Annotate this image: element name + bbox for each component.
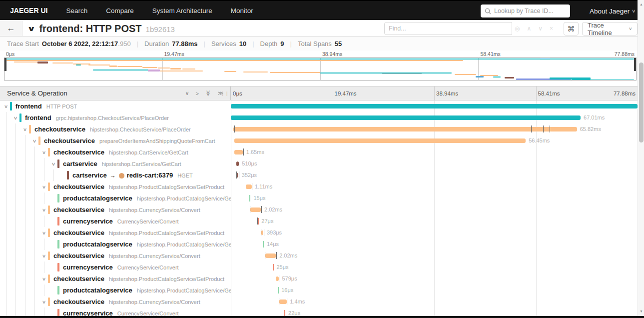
span-service-name[interactable]: productcatalogservice [63, 194, 132, 202]
span-service-name[interactable]: checkoutservice [53, 229, 104, 236]
span-bar[interactable] [236, 162, 239, 166]
span-service-name[interactable]: checkoutservice [53, 148, 104, 156]
arrow-right-icon: → [110, 172, 116, 179]
minimap-span-segment [93, 70, 152, 70]
span-name-cell[interactable]: productcatalogservicehipstershop.Product… [0, 284, 231, 296]
span-name-cell[interactable]: ∨checkoutserviceprepareOrderItemsAndShip… [0, 135, 231, 146]
nav-item-search[interactable]: Search [66, 7, 87, 14]
expand-chevron-icon[interactable]: ∨ [48, 162, 59, 166]
span-service-name[interactable]: productcatalogservice [63, 286, 132, 294]
span-bar[interactable] [279, 300, 287, 304]
span-name-cell[interactable]: ∨checkoutservicehipstershop.ProductCatal… [0, 273, 231, 284]
span-name-cell[interactable]: ∨checkoutservicehipstershop.CurrencyServ… [0, 204, 231, 216]
nav-item-monitor[interactable]: Monitor [231, 7, 253, 14]
clear-find-icon[interactable]: × [550, 25, 553, 32]
minimap-right-scrubber[interactable] [634, 58, 636, 71]
span-name-cell[interactable]: ∨checkoutservicehipstershop.CheckoutServ… [0, 124, 231, 135]
expand-chevron-icon[interactable]: ∨ [39, 150, 49, 155]
focus-match-icon[interactable]: ◎ [515, 25, 520, 32]
span-name-cell[interactable]: ∨checkoutservicehipstershop.CurrencyServ… [0, 296, 231, 308]
app-brand[interactable]: JAEGER UI [10, 6, 47, 14]
expand-chevron-icon[interactable]: ∨ [20, 127, 30, 132]
span-name-cell[interactable]: ∨cartservicehipstershop.CartService/GetC… [0, 158, 231, 170]
collapse-trace-chevron-icon[interactable]: ∨ [27, 24, 35, 32]
span-bar[interactable] [265, 254, 276, 258]
span-service-name[interactable]: checkoutservice [53, 183, 104, 190]
span-bar[interactable] [278, 287, 279, 294]
tick-label: 19.47ms [164, 51, 184, 57]
span-service-name[interactable]: productcatalogservice [63, 240, 132, 248]
span-bar[interactable] [273, 264, 274, 270]
span-service-name[interactable]: checkoutservice [34, 126, 85, 133]
prev-match-icon[interactable]: ∧ [527, 25, 531, 32]
scroll-up-icon[interactable]: ▲ [638, 1, 644, 8]
expand-chevron-icon[interactable]: ∨ [39, 276, 49, 282]
span-service-name[interactable]: checkoutservice [53, 206, 104, 214]
span-bar[interactable] [250, 208, 261, 212]
scroll-down-icon[interactable]: ▼ [638, 308, 644, 315]
span-name-cell[interactable]: ∨checkoutservicehipstershop.CurrencyServ… [0, 250, 231, 262]
vertical-scrollbar[interactable]: ▲ ▼ [638, 0, 644, 318]
expand-chevron-icon[interactable]: ∨ [10, 116, 21, 120]
timeline-minimap[interactable] [4, 58, 637, 80]
span-bar[interactable] [231, 104, 638, 108]
expand-chevron-icon[interactable]: ∨ [39, 208, 49, 212]
expand-chevron-icon[interactable]: ∨ [39, 300, 49, 304]
span-name-cell[interactable]: productcatalogservicehipstershop.Product… [0, 238, 231, 250]
span-service-name[interactable]: frontend [25, 114, 51, 122]
span-service-name[interactable]: currencyservice [63, 264, 113, 271]
nav-item-system-architecture[interactable]: System Architecture [152, 7, 212, 14]
expand-chevron-icon[interactable]: ∨ [29, 138, 40, 144]
span-bar[interactable] [263, 241, 264, 248]
collapse-all-icon[interactable]: ≫ [205, 90, 211, 96]
span-service-name[interactable]: currencyservice [63, 310, 113, 316]
span-name-cell[interactable]: currencyserviceCurrencyService/Convert [0, 216, 231, 227]
span-bar[interactable] [233, 127, 577, 132]
span-service-name[interactable]: checkoutservice [53, 252, 104, 260]
keyboard-shortcuts-button[interactable]: ⌘ [564, 22, 579, 36]
panel-resize-grip[interactable]: ❘❘ [221, 91, 229, 96]
span-service-name[interactable]: cartservice [63, 160, 97, 168]
back-button[interactable]: ← [0, 21, 22, 36]
expand-chevron-icon[interactable]: ∨ [39, 184, 49, 190]
span-service-name[interactable]: checkoutservice [44, 137, 95, 144]
span-service-name[interactable]: currencyservice [63, 218, 113, 225]
span-bar[interactable] [276, 276, 279, 281]
service-color-bar [67, 171, 69, 180]
expand-chevron-icon[interactable]: ∨ [1, 104, 11, 109]
nav-item-compare[interactable]: Compare [106, 7, 134, 14]
scrollbar-thumb[interactable] [639, 62, 644, 142]
span-name-cell[interactable]: ∨frontendHTTP POST [0, 100, 231, 112]
expand-chevron-icon[interactable]: ∨ [39, 230, 49, 236]
span-bar[interactable] [246, 184, 251, 189]
span-bar[interactable] [231, 116, 581, 120]
span-name-cell[interactable]: ∨checkoutservicehipstershop.ProductCatal… [0, 181, 231, 192]
next-match-icon[interactable]: ∨ [538, 25, 543, 32]
span-service-name[interactable]: cartservice [72, 172, 107, 179]
span-service-name[interactable]: checkoutservice [53, 275, 104, 282]
about-jaeger-menu[interactable]: About Jaeger ∨ [590, 1, 636, 21]
collapse-one-icon[interactable]: ∨ [185, 90, 189, 96]
span-bar[interactable] [284, 310, 285, 316]
indent-guide [6, 238, 6, 250]
span-name-cell[interactable]: ∨checkoutservicehipstershop.CartService/… [0, 146, 231, 158]
span-service-name[interactable]: frontend [15, 102, 42, 110]
find-input[interactable] [389, 25, 508, 32]
expand-chevron-icon[interactable]: ∨ [39, 254, 49, 258]
span-name-cell[interactable]: currencyserviceCurrencyService/Convert [0, 262, 231, 273]
span-bar[interactable] [258, 218, 259, 224]
span-name-cell[interactable]: ∨frontendgrpc.hipstershop.CheckoutServic… [0, 112, 231, 124]
span-bar[interactable] [234, 138, 526, 143]
minimap-left-scrubber[interactable] [4, 58, 6, 71]
span-name-cell[interactable]: ∨checkoutservicehipstershop.ProductCatal… [0, 227, 231, 238]
lookup-trace-id-input[interactable] [494, 8, 566, 14]
span-bar[interactable] [261, 230, 263, 235]
span-bar[interactable] [249, 195, 250, 202]
span-name-cell[interactable]: currencyserviceCurrencyService/Convert [0, 308, 231, 316]
span-bar[interactable] [234, 150, 243, 154]
span-name-cell[interactable]: cartservice→redis-cart:6379HGET [0, 170, 231, 181]
trace-view-selector[interactable]: Trace Timeline ∨ [582, 22, 638, 36]
span-name-cell[interactable]: productcatalogservicehipstershop.Product… [0, 192, 231, 204]
span-service-name[interactable]: checkoutservice [53, 298, 104, 306]
expand-one-icon[interactable]: > [196, 90, 199, 96]
